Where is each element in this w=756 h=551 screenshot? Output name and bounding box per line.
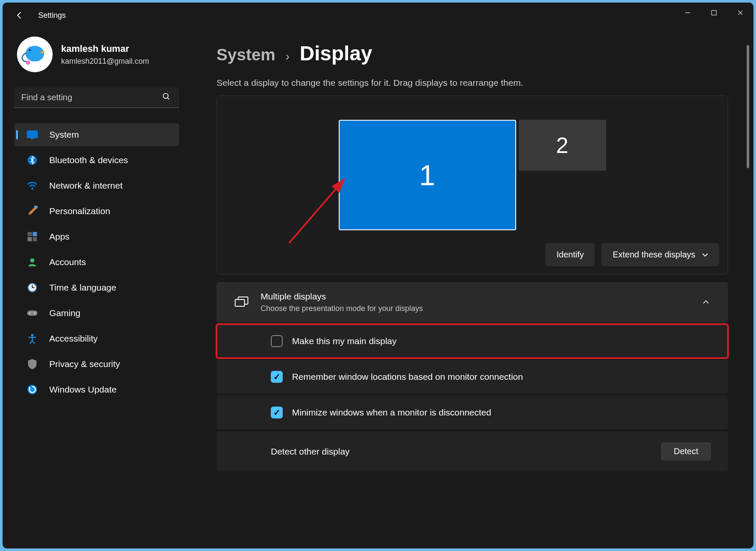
display-icon bbox=[25, 128, 39, 141]
option-main-display[interactable]: Make this my main display bbox=[216, 324, 728, 358]
identify-button[interactable]: Identify bbox=[545, 243, 595, 266]
multiple-displays-icon bbox=[233, 294, 250, 311]
sidebar-item-accounts[interactable]: Accounts bbox=[14, 251, 179, 274]
sidebar-item-bluetooth[interactable]: Bluetooth & devices bbox=[14, 149, 179, 172]
window-controls bbox=[674, 3, 753, 28]
checkbox-main-display[interactable] bbox=[271, 335, 283, 347]
hint-text: Select a display to change the settings … bbox=[216, 78, 728, 88]
breadcrumb: System › Display bbox=[216, 42, 728, 65]
svg-rect-17 bbox=[28, 232, 32, 236]
maximize-button[interactable] bbox=[701, 3, 727, 23]
profile-block[interactable]: kamlesh kumar kamlesh2011@gmail.com bbox=[14, 37, 179, 72]
sidebar-item-accessibility[interactable]: Accessibility bbox=[14, 327, 179, 350]
option-label: Make this my main display bbox=[292, 336, 396, 346]
svg-rect-19 bbox=[28, 237, 32, 241]
svg-rect-20 bbox=[33, 237, 37, 241]
button-label: Identify bbox=[556, 250, 584, 260]
display-number: 2 bbox=[556, 133, 568, 158]
chevron-down-icon bbox=[702, 251, 708, 258]
profile-name: kamlesh kumar bbox=[61, 43, 149, 54]
sidebar-item-label: Accounts bbox=[49, 257, 86, 267]
svg-rect-26 bbox=[27, 311, 37, 316]
svg-rect-18 bbox=[33, 232, 37, 236]
clock-icon bbox=[25, 281, 39, 294]
checkbox-minimize-disconnected[interactable]: ✓ bbox=[271, 407, 283, 418]
dropdown-label: Extend these displays bbox=[613, 250, 695, 260]
brush-icon bbox=[25, 204, 39, 218]
sidebar-item-label: Apps bbox=[49, 232, 70, 242]
svg-point-8 bbox=[29, 49, 31, 51]
update-icon bbox=[25, 383, 39, 396]
minimize-button[interactable] bbox=[674, 3, 701, 23]
breadcrumb-parent[interactable]: System bbox=[216, 45, 275, 64]
sidebar-item-label: Time & language bbox=[49, 283, 116, 293]
accessibility-icon bbox=[25, 332, 39, 345]
displays-area[interactable]: 1 2 bbox=[225, 116, 719, 243]
svg-point-27 bbox=[29, 312, 31, 314]
option-remember-locations[interactable]: ✓ Remember window locations based on mon… bbox=[216, 360, 728, 394]
arrange-actions: Identify Extend these displays bbox=[225, 243, 719, 266]
apps-icon bbox=[25, 230, 39, 243]
svg-point-15 bbox=[31, 188, 34, 190]
checkbox-remember-locations[interactable]: ✓ bbox=[271, 371, 283, 383]
sidebar-item-time[interactable]: Time & language bbox=[14, 276, 179, 299]
svg-point-10 bbox=[163, 93, 169, 99]
sidebar-item-label: Privacy & security bbox=[49, 359, 120, 369]
svg-point-6 bbox=[27, 47, 36, 55]
sidebar-item-label: System bbox=[49, 130, 79, 140]
search-wrap bbox=[14, 88, 179, 108]
display-tile-1[interactable]: 1 bbox=[339, 120, 516, 230]
sidebar-item-system[interactable]: System bbox=[14, 123, 179, 146]
settings-window: Settings bbox=[3, 3, 753, 548]
person-icon bbox=[25, 255, 39, 269]
option-label: Minimize windows when a monitor is disco… bbox=[292, 407, 491, 418]
sidebar: kamlesh kumar kamlesh2011@gmail.com Syst… bbox=[3, 28, 191, 548]
option-detect-display: Detect other display Detect bbox=[216, 431, 728, 472]
svg-point-21 bbox=[30, 258, 34, 263]
shield-icon bbox=[25, 357, 39, 371]
sidebar-item-personalization[interactable]: Personalization bbox=[14, 200, 179, 223]
gamepad-icon bbox=[25, 306, 39, 320]
display-tile-2[interactable]: 2 bbox=[519, 120, 606, 171]
search-icon bbox=[162, 93, 171, 103]
bluetooth-icon bbox=[25, 153, 39, 167]
main-content: System › Display Select a display to cha… bbox=[191, 28, 753, 548]
svg-point-28 bbox=[34, 312, 36, 314]
svg-rect-1 bbox=[712, 11, 717, 15]
profile-email: kamlesh2011@gmail.com bbox=[61, 57, 149, 66]
button-label: Detect bbox=[674, 446, 698, 456]
svg-rect-33 bbox=[235, 300, 245, 306]
back-button[interactable] bbox=[8, 5, 31, 25]
titlebar: Settings bbox=[3, 3, 753, 28]
close-button[interactable] bbox=[727, 3, 753, 23]
sidebar-item-network[interactable]: Network & internet bbox=[14, 174, 179, 197]
sidebar-item-gaming[interactable]: Gaming bbox=[14, 302, 179, 325]
multiple-displays-expander[interactable]: Multiple displays Choose the presentatio… bbox=[216, 282, 728, 322]
search-input[interactable] bbox=[14, 88, 179, 108]
sidebar-item-label: Accessibility bbox=[49, 333, 98, 344]
display-number: 1 bbox=[419, 158, 436, 192]
avatar bbox=[17, 37, 53, 72]
window-title: Settings bbox=[38, 11, 66, 20]
projection-mode-dropdown[interactable]: Extend these displays bbox=[601, 243, 719, 266]
option-label: Detect other display bbox=[271, 446, 350, 457]
nav: System Bluetooth & devices Network & int… bbox=[14, 123, 179, 401]
option-minimize-disconnected[interactable]: ✓ Minimize windows when a monitor is dis… bbox=[216, 396, 728, 429]
svg-rect-12 bbox=[27, 130, 38, 138]
scrollbar[interactable] bbox=[747, 45, 749, 168]
option-label: Remember window locations based on monit… bbox=[292, 372, 523, 382]
detect-button[interactable]: Detect bbox=[661, 442, 711, 461]
sidebar-item-privacy[interactable]: Privacy & security bbox=[14, 353, 179, 376]
sidebar-item-apps[interactable]: Apps bbox=[14, 225, 179, 248]
page-title: Display bbox=[300, 42, 372, 65]
panel-subtitle: Choose the presentation mode for your di… bbox=[261, 304, 691, 313]
panel-title: Multiple displays bbox=[261, 291, 691, 302]
svg-rect-13 bbox=[31, 138, 34, 139]
svg-line-11 bbox=[168, 98, 169, 99]
wifi-icon bbox=[25, 179, 39, 192]
sidebar-item-label: Windows Update bbox=[49, 384, 117, 395]
sidebar-item-update[interactable]: Windows Update bbox=[14, 378, 179, 401]
sidebar-item-label: Network & internet bbox=[49, 181, 123, 191]
sidebar-item-label: Bluetooth & devices bbox=[49, 155, 128, 165]
display-arrange-card: 1 2 Id bbox=[216, 96, 728, 274]
